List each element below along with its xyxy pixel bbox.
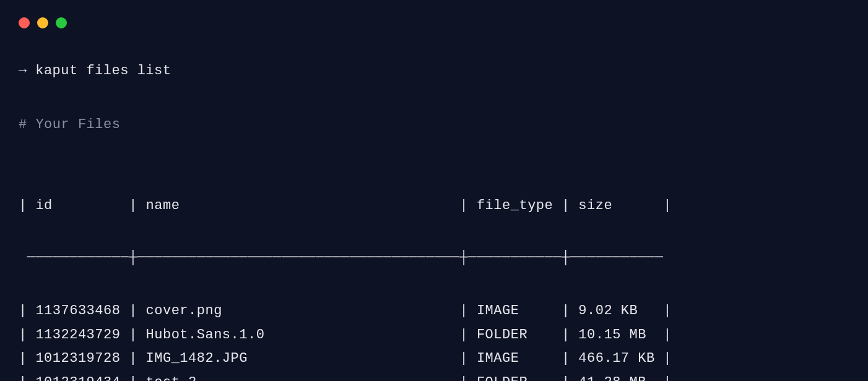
prompt-line: → kaput files list	[19, 63, 849, 79]
maximize-icon[interactable]	[56, 17, 67, 28]
section-title: # Your Files	[19, 117, 849, 132]
command-text: kaput files list	[35, 63, 171, 79]
close-icon[interactable]	[19, 17, 30, 28]
table-row: | 1012319728 | IMG_1482.JPG | IMAGE | 46…	[19, 347, 849, 371]
table-header: | id | name | file_type | size |	[19, 195, 849, 216]
table-row: | 1137633468 | cover.png | IMAGE | 9.02 …	[19, 299, 849, 323]
terminal-window: → kaput files list # Your Files | id | n…	[0, 0, 868, 381]
files-table: | id | name | file_type | size | ───────…	[19, 165, 849, 381]
minimize-icon[interactable]	[37, 17, 48, 28]
prompt-arrow-icon: →	[19, 63, 27, 79]
table-row: | 1012319434 | test-2 | FOLDER | 41.28 M…	[19, 371, 849, 381]
table-divider: ────────────┼───────────────────────────…	[19, 247, 849, 268]
table-row: | 1132243729 | Hubot.Sans.1.0 | FOLDER |…	[19, 323, 849, 348]
window-controls	[19, 17, 849, 28]
